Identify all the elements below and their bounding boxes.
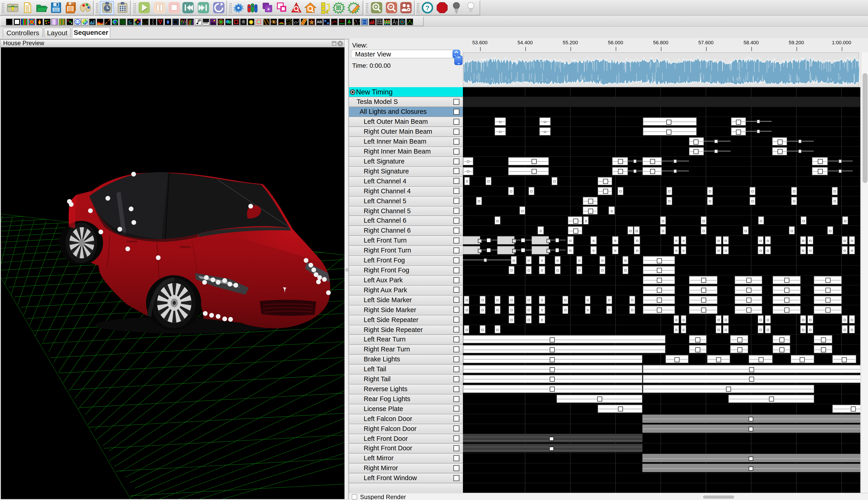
svg-text:XMAS: XMAS: [339, 22, 345, 24]
svg-text:G: G: [128, 19, 132, 24]
svg-text:AB: AB: [317, 20, 322, 24]
svg-text:TEXT: TEXT: [339, 20, 345, 22]
svg-text:?: ?: [425, 4, 430, 12]
svg-text:X: X: [71, 22, 72, 24]
